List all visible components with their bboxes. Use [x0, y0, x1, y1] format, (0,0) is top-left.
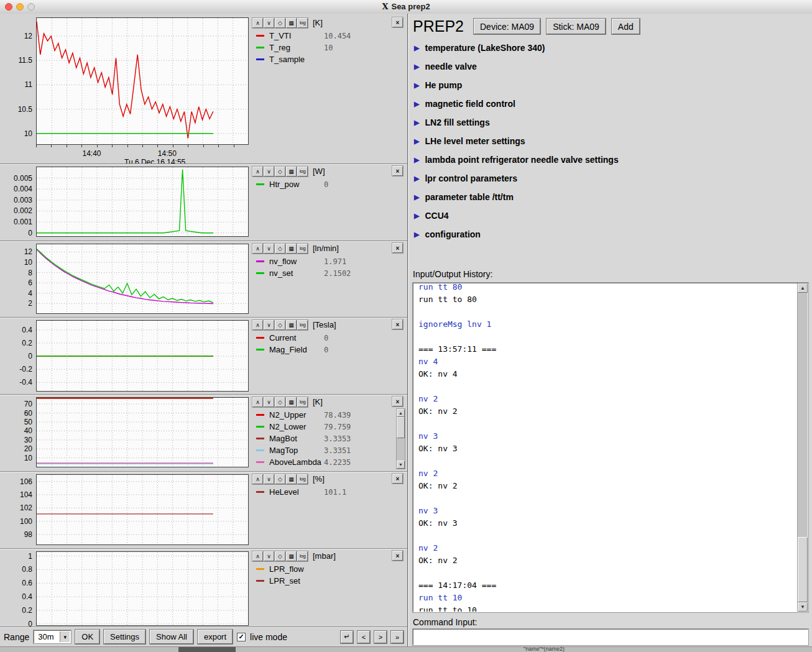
- tree-item-parameter-table-tt-tm[interactable]: ▶parameter table /tt/tm: [414, 188, 807, 206]
- history-scrollbar[interactable]: ▲ ▼: [797, 283, 808, 612]
- plot-area[interactable]: [36, 167, 249, 237]
- tree-item-lhe-level-meter-settings[interactable]: ▶LHe level meter settings: [414, 132, 807, 150]
- close-chart-button[interactable]: ×: [392, 166, 403, 176]
- shift-left-button[interactable]: <: [358, 631, 370, 643]
- legend-entry[interactable]: T_sample: [256, 53, 391, 65]
- export-button[interactable]: export: [198, 630, 233, 644]
- scroll-up-button[interactable]: ∧: [252, 474, 263, 484]
- legend-scrollbar[interactable]: ▲▼: [396, 408, 405, 469]
- rescale-button[interactable]: ◇: [275, 167, 285, 177]
- jump-latest-button[interactable]: ↵: [341, 631, 353, 643]
- options-button[interactable]: ▦: [286, 397, 297, 407]
- rescale-button[interactable]: ◇: [275, 551, 285, 561]
- tree-item-lpr-control-parameters[interactable]: ▶lpr control parameters: [414, 169, 807, 188]
- tree-item-ln2-fill-settings[interactable]: ▶LN2 fill settings: [414, 113, 807, 132]
- plot-area[interactable]: [36, 320, 249, 392]
- options-button[interactable]: ▦: [286, 551, 297, 561]
- legend-entry[interactable]: N2_Lower79.759: [256, 421, 391, 433]
- close-chart-button[interactable]: ×: [392, 319, 403, 329]
- legend-entry[interactable]: N2_Upper78.439: [256, 409, 391, 421]
- options-button[interactable]: ▦: [286, 474, 297, 484]
- log-scale-button[interactable]: log: [297, 244, 308, 254]
- scroll-up-button[interactable]: ∧: [252, 397, 263, 407]
- scroll-up-button[interactable]: ▲: [397, 409, 405, 417]
- scroll-down-button[interactable]: ▼: [397, 461, 405, 469]
- scroll-up-button[interactable]: ∧: [252, 551, 263, 561]
- plot-area[interactable]: [36, 17, 249, 145]
- log-scale-button[interactable]: log: [297, 167, 308, 177]
- command-input[interactable]: [413, 629, 808, 645]
- scroll-up-button[interactable]: ∧: [252, 244, 263, 254]
- scroll-up-button[interactable]: ∧: [252, 18, 263, 28]
- options-button[interactable]: ▦: [286, 320, 297, 330]
- scroll-down-button[interactable]: ∨: [264, 397, 274, 407]
- log-scale-button[interactable]: log: [297, 397, 308, 407]
- tree-item-ccu4[interactable]: ▶CCU4: [414, 206, 807, 225]
- legend-entry[interactable]: MagBot3.3353: [256, 433, 391, 444]
- tree-item-configuration[interactable]: ▶configuration: [414, 225, 807, 244]
- stick-button[interactable]: Stick: MA09: [547, 19, 606, 34]
- log-scale-button[interactable]: log: [297, 474, 308, 484]
- scroll-up-button[interactable]: ▲: [798, 283, 808, 293]
- shift-right-button[interactable]: >: [374, 631, 387, 643]
- rescale-button[interactable]: ◇: [275, 397, 285, 407]
- close-chart-button[interactable]: ×: [392, 397, 403, 406]
- scroll-down-button[interactable]: ∨: [264, 18, 274, 28]
- legend-entry[interactable]: nv_flow1.971: [256, 255, 391, 267]
- legend-entry[interactable]: Current0: [256, 332, 391, 344]
- scroll-down-button[interactable]: ∨: [264, 474, 274, 484]
- legend-entry[interactable]: T_VTI10.454: [256, 30, 391, 42]
- ok-button[interactable]: OK: [75, 630, 99, 644]
- scroll-down-button[interactable]: ∨: [264, 167, 274, 177]
- tree-item-he-pump[interactable]: ▶He pump: [414, 76, 807, 94]
- log-scale-button[interactable]: log: [297, 320, 308, 330]
- plot-area[interactable]: [36, 397, 249, 467]
- tree-item-needle-valve[interactable]: ▶needle valve: [414, 57, 807, 76]
- options-button[interactable]: ▦: [286, 18, 297, 28]
- plot-area[interactable]: [36, 551, 249, 626]
- scroll-down-button[interactable]: ∨: [264, 320, 274, 330]
- rescale-button[interactable]: ◇: [275, 474, 285, 484]
- io-history[interactable]: run tt 80run tt to 80 ignoreMsg lnv 1 ==…: [413, 283, 808, 612]
- legend-entry[interactable]: Htr_pow0: [256, 178, 391, 190]
- scroll-down-button[interactable]: ∨: [264, 551, 274, 561]
- options-button[interactable]: ▦: [286, 244, 297, 254]
- legend-entry[interactable]: LPR_set: [256, 575, 391, 587]
- close-chart-button[interactable]: ×: [392, 243, 403, 253]
- scroll-down-button[interactable]: ∨: [264, 244, 274, 254]
- legend-entry[interactable]: nv_set2.1502: [256, 267, 391, 279]
- legend-entry[interactable]: LPR_flow: [256, 563, 391, 575]
- log-scale-button[interactable]: log: [297, 18, 308, 28]
- live-mode-checkbox[interactable]: ✓: [237, 633, 246, 641]
- legend-entry[interactable]: Mag_Field0: [256, 344, 391, 356]
- scroll-up-button[interactable]: ∧: [252, 320, 263, 330]
- close-chart-button[interactable]: ×: [392, 474, 403, 484]
- legend-entry[interactable]: AboveLambda4.2235: [256, 456, 391, 468]
- scrollbar-thumb[interactable]: [397, 417, 405, 438]
- scroll-up-button[interactable]: ∧: [252, 167, 263, 177]
- legend-entry[interactable]: HeLevel101.1: [256, 486, 391, 498]
- log-scale-button[interactable]: log: [297, 551, 308, 561]
- plot-area[interactable]: [36, 474, 249, 545]
- options-button[interactable]: ▦: [286, 167, 297, 177]
- rescale-button[interactable]: ◇: [275, 244, 285, 254]
- show-all-button[interactable]: Show All: [150, 630, 193, 644]
- legend-entry[interactable]: T_reg10: [256, 42, 391, 53]
- device-button[interactable]: Device: MA09: [474, 19, 540, 34]
- scroll-down-button[interactable]: ▼: [798, 602, 808, 612]
- add-button[interactable]: Add: [612, 19, 640, 34]
- rescale-button[interactable]: ◇: [275, 18, 285, 28]
- tree-item-temperature-lakeshore-340[interactable]: ▶temperature (LakeShore 340): [414, 39, 807, 57]
- shift-end-button[interactable]: »: [391, 631, 404, 643]
- close-chart-button[interactable]: ×: [392, 17, 403, 27]
- close-chart-button[interactable]: ×: [392, 551, 403, 561]
- tree-item-lambda-point-refrigerator-ne[interactable]: ▶lambda point refrigerator needle valve …: [414, 150, 807, 169]
- legend-entry[interactable]: MagTop3.3351: [256, 444, 391, 456]
- settings-button[interactable]: Settings: [104, 630, 145, 644]
- scrollbar-trough[interactable]: [798, 293, 808, 602]
- rescale-button[interactable]: ◇: [275, 320, 285, 330]
- range-select[interactable]: 30m ▾: [34, 630, 71, 643]
- tree-item-magnetic-field-control[interactable]: ▶magnetic field control: [414, 94, 807, 113]
- plot-area[interactable]: [36, 244, 249, 314]
- scrollbar-thumb[interactable]: [798, 537, 808, 602]
